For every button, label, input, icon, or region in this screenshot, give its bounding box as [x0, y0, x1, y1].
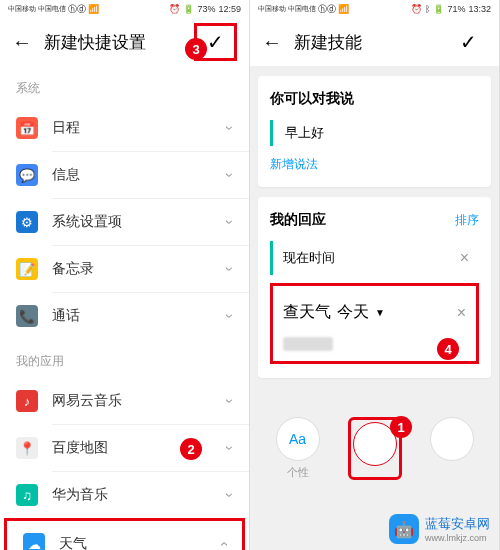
section-system: 系统: [0, 66, 249, 105]
battery-pct: 71%: [447, 4, 465, 14]
blurred-content: [283, 337, 333, 351]
time-label: 12:59: [218, 4, 241, 14]
carrier-label: 中国移动 中国电信: [258, 5, 316, 13]
phone-icon: 📞: [16, 305, 38, 327]
right-screen: 中国移动 中国电信 ⓗⓓ 📶 ⏰ ᛒ 🔋 71% 13:32 ← 新建技能 ✓ …: [250, 0, 500, 550]
resp-title: 我的回应 排序: [270, 211, 479, 229]
chevron-up-icon: ›: [216, 542, 232, 547]
baidumap-icon: 📍: [16, 437, 38, 459]
chevron-icon: ›: [223, 314, 239, 319]
resp-item-weather[interactable]: 查天气 今天 ▼ ×: [283, 296, 466, 329]
battery-icon: 🔋: [183, 4, 194, 14]
badge-3: 3: [185, 38, 207, 60]
section-apps: 我的应用: [0, 339, 249, 378]
badge-1: 1: [390, 416, 412, 438]
list-item-baidumap[interactable]: 📍 百度地图 ›: [0, 425, 249, 471]
say-card: 你可以对我说 早上好 新增说法: [258, 76, 491, 187]
list-item-hwmusic[interactable]: ♫ 华为音乐 ›: [0, 472, 249, 518]
list-item-messages[interactable]: 💬 信息 ›: [0, 152, 249, 198]
time-label: 13:32: [468, 4, 491, 14]
alarm-icon: ⏰: [169, 4, 180, 14]
memo-icon: 📝: [16, 258, 38, 280]
sort-link[interactable]: 排序: [455, 212, 479, 229]
watermark-url: www.lmkjz.com: [425, 533, 490, 543]
status-bar: 中国移动 中国电信 ⓗⓓ 📶 ⏰ ᛒ 🔋 71% 13:32: [250, 0, 499, 18]
list-item-memo[interactable]: 📝 备忘录 ›: [0, 246, 249, 292]
list-item-calendar[interactable]: 📅 日程 ›: [0, 105, 249, 151]
page-title: 新建快捷设置: [44, 31, 182, 54]
chevron-icon: ›: [223, 126, 239, 131]
right-circle-button[interactable]: [430, 417, 474, 461]
list-item-weather[interactable]: ☁ 天气 ›: [7, 521, 242, 550]
left-screen: 中国移动 中国电信 ⓗⓓ 📶 ⏰ 🔋 73% 12:59 ← 新建快捷设置 ✓ …: [0, 0, 250, 550]
calendar-icon: 📅: [16, 117, 38, 139]
message-icon: 💬: [16, 164, 38, 186]
chevron-icon: ›: [223, 173, 239, 178]
carrier-label: 中国移动 中国电信: [8, 5, 66, 13]
hd-icon: ⓗⓓ: [318, 3, 336, 16]
close-icon[interactable]: ×: [460, 249, 469, 267]
watermark-text: 蓝莓安卓网: [425, 515, 490, 533]
back-icon[interactable]: ←: [12, 31, 32, 54]
chevron-icon: ›: [223, 399, 239, 404]
chevron-icon: ›: [223, 267, 239, 272]
signal-icon: 📶: [338, 4, 349, 14]
topbar: ← 新建技能 ✓: [250, 18, 499, 66]
say-title: 你可以对我说: [270, 90, 479, 108]
status-bar: 中国移动 中国电信 ⓗⓓ 📶 ⏰ 🔋 73% 12:59: [0, 0, 249, 18]
chevron-icon: ›: [223, 493, 239, 498]
response-card: 我的回应 排序 现在时间 × 查天气 今天 ▼ × 4: [258, 197, 491, 378]
weather-icon: ☁: [23, 533, 45, 550]
dropdown-icon[interactable]: ▼: [375, 307, 385, 318]
resp-item-time[interactable]: 现在时间 ×: [270, 241, 479, 275]
confirm-button[interactable]: ✓: [450, 26, 487, 58]
say-item[interactable]: 早上好: [270, 120, 479, 146]
page-title: 新建技能: [294, 31, 438, 54]
topbar: ← 新建快捷设置 ✓: [0, 18, 249, 66]
badge-4: 4: [437, 338, 459, 360]
bt-icon: ᛒ: [425, 4, 430, 14]
watermark-icon: 🤖: [389, 514, 419, 544]
text-style-button[interactable]: Aa: [276, 417, 320, 461]
chevron-icon: ›: [223, 446, 239, 451]
hwmusic-icon: ♫: [16, 484, 38, 506]
bottom-bar: Aa 个性: [250, 407, 499, 490]
list-item-settings[interactable]: ⚙ 系统设置项 ›: [0, 199, 249, 245]
weather-group: ☁ 天气 › 查天气 2: [4, 518, 245, 550]
add-say-link[interactable]: 新增说法: [270, 156, 479, 173]
netease-icon: ♪: [16, 390, 38, 412]
resp-action: 查天气: [283, 302, 331, 323]
settings-icon: ⚙: [16, 211, 38, 233]
hd-icon: ⓗⓓ: [68, 3, 86, 16]
list-item-netease[interactable]: ♪ 网易云音乐 ›: [0, 378, 249, 424]
resp-when: 今天: [337, 302, 369, 323]
list-item-call[interactable]: 📞 通话 ›: [0, 293, 249, 339]
alarm-icon: ⏰: [411, 4, 422, 14]
battery-pct: 73%: [197, 4, 215, 14]
chevron-icon: ›: [223, 220, 239, 225]
back-icon[interactable]: ←: [262, 31, 282, 54]
badge-2: 2: [180, 438, 202, 460]
close-icon[interactable]: ×: [457, 304, 466, 322]
signal-icon: 📶: [88, 4, 99, 14]
watermark: 🤖 蓝莓安卓网 www.lmkjz.com: [389, 514, 490, 544]
bottom-label: 个性: [276, 465, 320, 480]
battery-icon: 🔋: [433, 4, 444, 14]
